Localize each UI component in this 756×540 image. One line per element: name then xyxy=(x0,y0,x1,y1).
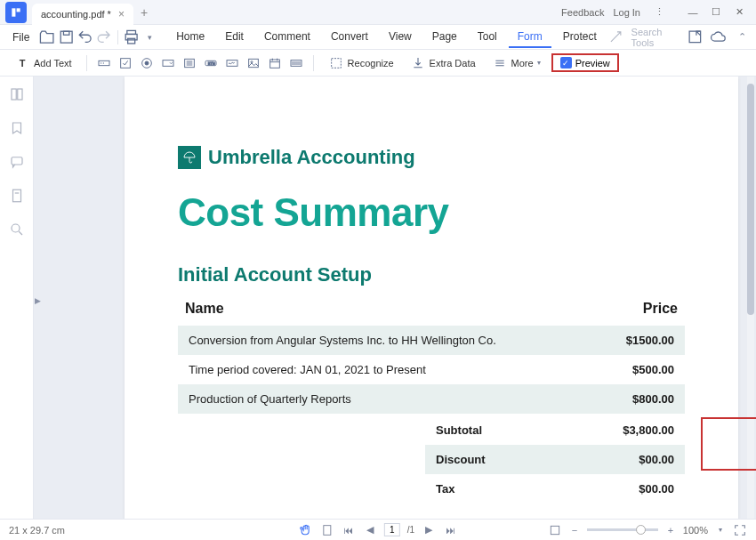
minimize-icon[interactable]: — xyxy=(683,3,703,22)
dropdown-icon[interactable]: ▾ xyxy=(141,28,158,47)
svg-rect-23 xyxy=(17,89,21,100)
recognize-button[interactable]: Recognize xyxy=(323,52,399,74)
svg-rect-1 xyxy=(17,8,20,12)
text-field-icon[interactable] xyxy=(96,55,112,71)
tab-form[interactable]: Form xyxy=(509,27,551,48)
document-tab[interactable]: accounting.pdf * × xyxy=(32,4,133,25)
bookmark-icon[interactable] xyxy=(8,119,26,137)
preview-button[interactable]: ✓ Preview xyxy=(551,53,619,72)
statusbar: 21 x 29.7 cm ⏮ ◀ /1 ▶ ⏭ − + 100% ▾ xyxy=(0,519,756,540)
svg-rect-0 xyxy=(12,8,15,16)
tab-page[interactable]: Page xyxy=(423,27,466,48)
row-price: $500.00 xyxy=(632,363,674,376)
attachment-icon[interactable] xyxy=(8,187,26,205)
first-page-icon[interactable]: ⏮ xyxy=(342,523,356,537)
add-text-button[interactable]: T Add Text xyxy=(9,52,77,74)
svg-rect-25 xyxy=(12,189,20,202)
svg-rect-17 xyxy=(248,59,258,67)
zoom-dropdown-icon[interactable]: ▾ xyxy=(713,523,728,537)
summary-value: $00.00 xyxy=(639,482,674,496)
tab-convert[interactable]: Convert xyxy=(322,27,377,48)
share-icon[interactable] xyxy=(687,28,704,47)
button-field-icon[interactable]: BTN xyxy=(203,55,219,71)
feedback-link[interactable]: Feedback xyxy=(561,7,604,18)
add-text-label: Add Text xyxy=(34,58,72,69)
hand-tool-icon[interactable] xyxy=(299,523,313,537)
summary-value: $3,800.00 xyxy=(623,423,674,437)
comment-icon[interactable] xyxy=(8,153,26,171)
open-icon[interactable] xyxy=(38,28,55,47)
svg-rect-7 xyxy=(689,31,701,43)
summary-label: Subtotal xyxy=(436,423,623,437)
zoom-level: 100% xyxy=(683,525,708,536)
last-page-icon[interactable]: ⏭ xyxy=(443,523,457,537)
summary-value: $00.00 xyxy=(639,453,674,466)
redo-icon[interactable] xyxy=(95,28,112,47)
pdf-page: Umbrella Acccounting Cost Summary Initia… xyxy=(125,77,738,519)
extra-data-button[interactable]: Extra Data xyxy=(405,52,481,74)
tab-tool[interactable]: Tool xyxy=(469,27,506,48)
search-icon[interactable] xyxy=(8,221,26,238)
barcode-field-icon[interactable] xyxy=(288,55,304,71)
tab-comment[interactable]: Comment xyxy=(255,27,319,48)
close-tab-icon[interactable]: × xyxy=(118,8,125,20)
checkbox-field-icon[interactable] xyxy=(117,55,133,71)
scrollbar-thumb[interactable] xyxy=(747,84,754,315)
app-icon xyxy=(5,2,27,23)
summary-label: Tax xyxy=(436,482,639,496)
svg-rect-3 xyxy=(63,31,68,35)
close-icon[interactable]: ✕ xyxy=(729,3,749,22)
login-link[interactable]: Log In xyxy=(613,7,640,18)
maximize-icon[interactable]: ☐ xyxy=(706,3,726,22)
summary-row: Tax $00.00 xyxy=(425,474,685,504)
thumbnails-icon[interactable] xyxy=(8,85,26,103)
undo-icon[interactable] xyxy=(76,28,93,47)
more-button[interactable]: More ▾ xyxy=(487,52,546,74)
row-name: Time period covered: JAN 01, 2021 to Pre… xyxy=(189,363,632,376)
svg-rect-16 xyxy=(227,60,237,66)
tab-view[interactable]: View xyxy=(380,27,421,48)
fit-page-icon[interactable] xyxy=(320,523,334,537)
print-icon[interactable] xyxy=(123,28,140,47)
tab-protect[interactable]: Protect xyxy=(554,27,606,48)
collapse-ribbon-icon[interactable]: ⌃ xyxy=(734,28,751,47)
fullscreen-icon[interactable] xyxy=(733,523,747,537)
wand-icon[interactable] xyxy=(607,28,624,47)
zoom-thumb[interactable] xyxy=(636,525,646,535)
search-tools[interactable]: Search Tools xyxy=(631,27,680,48)
tab-home[interactable]: Home xyxy=(167,27,213,48)
add-tab-button[interactable]: + xyxy=(141,5,148,20)
more-icon xyxy=(492,55,508,71)
kebab-menu-icon[interactable]: ⋮ xyxy=(649,3,669,22)
tab-title: accounting.pdf * xyxy=(41,9,111,20)
page-number-input[interactable] xyxy=(384,523,400,536)
left-sidebar xyxy=(0,77,34,519)
page-total: /1 xyxy=(407,525,414,535)
dropdown-field-icon[interactable] xyxy=(160,55,176,71)
zoom-slider[interactable] xyxy=(587,528,658,531)
menu-tabs: Home Edit Comment Convert View Page Tool… xyxy=(167,27,606,48)
radio-field-icon[interactable] xyxy=(139,55,155,71)
view-mode-icon[interactable] xyxy=(548,523,562,537)
expand-sidebar-handle[interactable]: ▶ xyxy=(34,290,41,311)
image-field-icon[interactable] xyxy=(245,55,261,71)
table-row: Production of Quarterly Reports $800.00 xyxy=(178,384,685,414)
file-menu[interactable]: File xyxy=(5,28,36,47)
zoom-in-icon[interactable]: + xyxy=(664,523,678,537)
page-dimensions: 21 x 29.7 cm xyxy=(9,525,65,536)
svg-text:BTN: BTN xyxy=(207,61,214,66)
save-icon[interactable] xyxy=(58,28,75,47)
signature-field-icon[interactable] xyxy=(224,55,240,71)
date-field-icon[interactable] xyxy=(267,55,283,71)
list-field-icon[interactable] xyxy=(181,55,197,71)
zoom-out-icon[interactable]: − xyxy=(567,523,582,537)
cloud-icon[interactable] xyxy=(710,28,727,47)
prev-page-icon[interactable]: ◀ xyxy=(363,523,377,537)
tab-edit[interactable]: Edit xyxy=(216,27,253,48)
preview-label: Preview xyxy=(575,58,610,69)
more-label: More xyxy=(511,58,534,69)
next-page-icon[interactable]: ▶ xyxy=(422,523,436,537)
recognize-label: Recognize xyxy=(348,58,394,69)
svg-rect-2 xyxy=(60,31,72,43)
svg-point-11 xyxy=(145,61,149,65)
